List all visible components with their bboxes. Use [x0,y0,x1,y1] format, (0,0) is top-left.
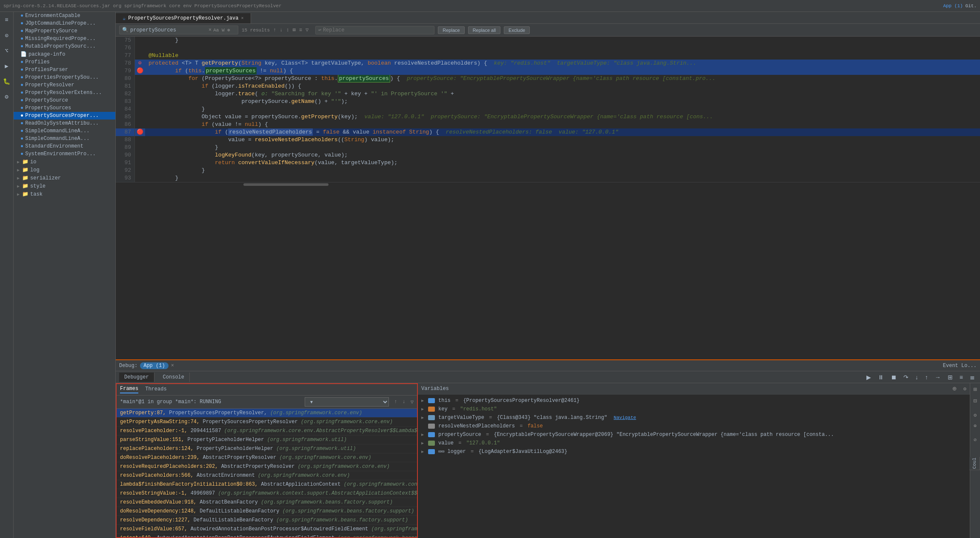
navigate-link[interactable]: Navigate [614,415,636,420]
frame-item-13[interactable]: resolveFieldValue:657, AutowiredAnnotati… [117,525,417,534]
frame-item-10[interactable]: resolveEmbeddedValue:918, AbstractBeanFa… [117,498,417,507]
folder-style[interactable]: ▶ 📁 style [14,182,115,190]
search-close-icon[interactable]: × [209,27,211,33]
replace-all-button[interactable]: Replace all [468,26,500,34]
frame-item-8[interactable]: lambda$finishBeanFactoryInitialization$0… [117,480,417,489]
var-expand-tvt[interactable]: ▶ [421,415,426,420]
h-scroll-thumb[interactable] [243,183,329,186]
frame-item-3[interactable]: parseStringValue:151, PropertyPlaceholde… [117,436,417,444]
var-settings-icon[interactable]: ⚙ [963,386,966,392]
frame-item-1[interactable]: getPropertyAsRawString:74, PropertySourc… [117,418,417,427]
search-nav-up[interactable]: ↑ [273,27,276,33]
search-input[interactable] [130,27,207,33]
var-collapse-icon[interactable]: ⊞ [972,385,977,394]
debug-run-cursor-btn[interactable]: → [933,373,943,381]
structure-icon[interactable]: ≡ [2,15,11,25]
var-item-value[interactable]: ▶ value = "127.0.0.1" [418,439,970,447]
var-more-icon[interactable]: ⊕ [973,422,977,430]
var-item-key[interactable]: ▶ key = "redis.host" [418,405,970,413]
commit-icon[interactable]: ⊙ [2,31,11,40]
var-item-targetValueType[interactable]: ▶ targetValueType = {Class@343} "class j… [418,413,970,422]
frame-item-6[interactable]: resolveRequiredPlaceholders:202, Abstrac… [117,462,417,471]
replace-input-wrap[interactable]: ↩ [315,26,434,34]
threads-tab[interactable]: Threads [145,386,166,393]
editor-tab-active[interactable]: ☕ PropertySourcesPropertyResolver.java × [116,13,251,23]
sidebar-item-5[interactable]: 📄 package-info [14,50,115,58]
thread-down-icon[interactable]: ↓ [403,399,406,405]
thread-selector[interactable]: ▾ [305,397,389,407]
debug-step-into-btn[interactable]: ↓ [914,373,920,381]
sidebar-item-3[interactable]: ● MissingRequiredPrope... [14,35,115,43]
replace-input[interactable] [323,27,374,33]
debug-pause-btn[interactable]: ⏸ [876,373,886,381]
folder-task[interactable]: ▶ 📁 task [14,190,115,198]
debug-evaluate-btn[interactable]: ⊞ [946,373,954,381]
frame-item-14[interactable]: inject:640, AutowiredAnnotationBeanPostP… [117,534,417,537]
debug-stop-btn[interactable]: ⏹ [889,373,898,381]
search-funnel-icon[interactable]: ▽ [306,27,309,33]
sidebar-item-13[interactable]: ● PropertySourcesProper... [14,112,115,120]
sidebar-item-17[interactable]: ● StandardEnvironment [14,142,115,150]
var-expand-this[interactable]: ▶ [421,398,426,403]
sidebar-item-2[interactable]: ● MapPropertySource [14,27,115,35]
frame-item-0[interactable]: getProperty:87, PropertySourcesPropertyR… [117,409,417,418]
folder-serializer[interactable]: ▶ 📁 serializer [14,174,115,182]
sidebar-item-15[interactable]: ● SimpleCommandLineA... [14,127,115,135]
app-indicator[interactable]: App (1) [943,3,963,9]
debug-app-tab[interactable]: App (1) [140,362,168,369]
git-icon[interactable]: ⌥ [2,46,11,55]
search-wrap-icon[interactable]: ↕ [286,27,289,33]
sidebar-item-18[interactable]: ● SystemEnvironmentPro... [14,150,115,158]
folder-log[interactable]: ▶ 📁 log [14,166,115,174]
debug-step-over-btn[interactable]: ↷ [902,373,910,381]
search-options-icon[interactable]: ≡ [299,27,302,33]
tab-close-btn[interactable]: × [241,16,243,21]
sidebar-item-16[interactable]: ● SimpleCommandLineA... [14,135,115,142]
sidebar-item-profiles[interactable]: ● Profiles [14,58,115,66]
frame-item-9[interactable]: resolveStringValue:-1, 49969897 (org.spr… [117,489,417,498]
folder-io[interactable]: ▶ 📁 io [14,158,115,166]
debug-step-out-btn[interactable]: ↑ [923,373,930,381]
frame-item-12[interactable]: resolveDependency:1227, DefaultListableB… [117,516,417,525]
var-item-logger[interactable]: ▶ ∞∞ logger = {LogAdapter$JavaUtilLog@24… [418,447,970,456]
sidebar-item-11[interactable]: ● PropertySource [14,97,115,104]
frame-item-4[interactable]: replacePlaceholders:124, PropertyPlaceho… [117,444,417,453]
settings-left-icon[interactable]: ⚙ [2,92,11,101]
git-indicator[interactable]: Git. [966,3,977,9]
thread-filter-icon[interactable]: ▽ [411,399,414,405]
frames-tab[interactable]: Frames [120,386,138,393]
debug-resume-btn[interactable]: ▶ [865,373,873,381]
frame-item-7[interactable]: resolvePlaceholders:566, AbstractEnviron… [117,471,417,480]
var-expand-icon[interactable]: ⊟ [972,396,977,405]
search-nav-down[interactable]: ↓ [280,27,283,33]
search-input-wrap[interactable]: 🔍 × Aa W ⊛ [119,26,238,34]
var-item-rnp[interactable]: resolveNestedPlaceholders = false [418,422,970,430]
sidebar-item-14[interactable]: ● ReadOnlySystemAttribu... [14,120,115,127]
var-copy-icon[interactable]: ⚙ [973,411,977,419]
sidebar-item-9[interactable]: ● PropertyResolver [14,81,115,89]
var-expand-all-icon[interactable]: ⊕ [952,384,957,393]
var-expand-key[interactable]: ▶ [421,407,426,412]
replace-button[interactable]: Replace [438,26,464,34]
sidebar-item-0[interactable]: ● EnvironmentCapable [14,12,115,20]
thread-up-icon[interactable]: ↑ [394,399,397,405]
frame-item-11[interactable]: doResolveDependency:1248, DefaultListabl… [117,507,417,516]
sidebar-item-8[interactable]: ● PropertiesPropertySou... [14,74,115,81]
debug-tab-close[interactable]: × [171,363,174,369]
frame-item-5[interactable]: doResolvePlaceholders:239, AbstractPrope… [117,453,417,462]
search-filter-icon[interactable]: ⊞ [293,27,296,33]
sidebar-item-10[interactable]: ● PropertyResolverExtens... [14,89,115,97]
sidebar-item-7[interactable]: ● ProfilesParser [14,66,115,74]
var-item-ps[interactable]: ▶ propertySource = {EncryptablePropertyS… [418,430,970,439]
sidebar-item-4[interactable]: ● MutablePropertySourc... [14,43,115,50]
code-horizontal-scrollbar[interactable] [116,182,980,186]
sidebar-item-12[interactable]: ● PropertySources [14,104,115,112]
run-icon[interactable]: ▶ [2,61,11,71]
debugger-tab[interactable]: Debugger [119,373,154,382]
var-search-icon[interactable]: ⊘ [973,436,977,444]
debug-layout-btn[interactable]: ≣ [968,373,977,381]
sidebar-item-1[interactable]: ● JOptCommandLinePrope... [14,20,115,27]
exclude-button[interactable]: Exclude [504,26,530,34]
debug-settings-btn[interactable]: ≡ [958,373,965,381]
debug-icon-left[interactable]: 🐛 [2,77,11,86]
